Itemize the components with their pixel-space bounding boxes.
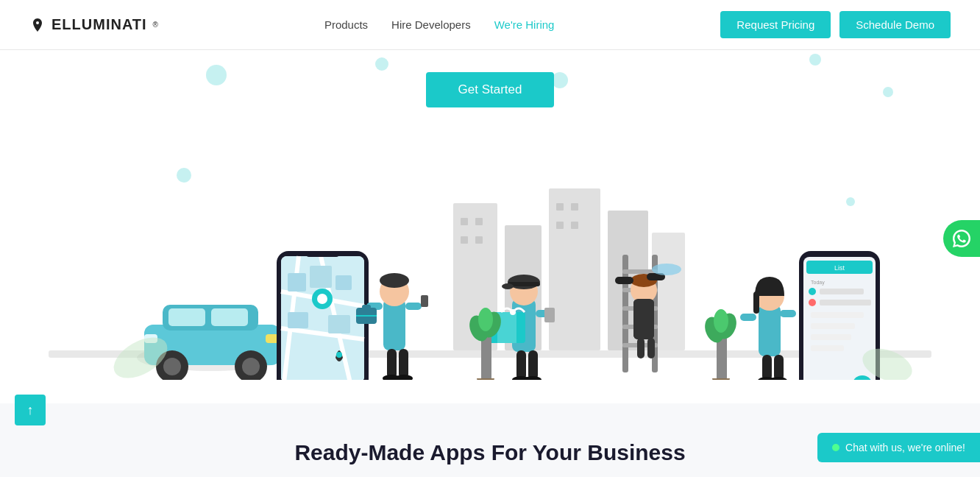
svg-point-83 xyxy=(652,264,681,275)
svg-rect-107 xyxy=(811,345,844,351)
svg-rect-106 xyxy=(811,334,851,340)
svg-point-64 xyxy=(510,309,516,315)
svg-rect-42 xyxy=(383,299,405,350)
logo-text: ELLUMINATI xyxy=(52,16,147,33)
svg-point-94 xyxy=(770,377,787,380)
svg-rect-34 xyxy=(335,275,352,290)
header: ELLUMINATI® Products Hire Developers We'… xyxy=(0,0,980,50)
svg-rect-81 xyxy=(615,277,633,284)
svg-rect-10 xyxy=(571,203,578,211)
logo-pin-icon xyxy=(29,17,46,33)
svg-rect-51 xyxy=(387,349,397,378)
svg-rect-49 xyxy=(362,305,371,309)
whatsapp-icon xyxy=(951,228,972,249)
request-pricing-button[interactable]: Request Pricing xyxy=(720,11,831,38)
svg-point-44 xyxy=(380,273,409,288)
header-buttons: Request Pricing Schedule Demo xyxy=(720,11,951,38)
bubble-2 xyxy=(375,57,388,71)
bubble-1 xyxy=(206,65,227,85)
svg-point-20 xyxy=(163,358,181,375)
svg-rect-69 xyxy=(544,308,555,322)
svg-rect-101 xyxy=(820,289,864,294)
svg-rect-105 xyxy=(811,323,855,329)
svg-rect-86 xyxy=(759,305,781,356)
schedule-demo-button[interactable]: Schedule Demo xyxy=(839,11,951,38)
svg-rect-8 xyxy=(475,236,483,244)
scroll-top-button[interactable]: ↑ xyxy=(15,395,46,425)
svg-rect-35 xyxy=(288,312,308,328)
bubble-5 xyxy=(883,87,893,97)
hero-illustration: List Today + xyxy=(49,130,931,380)
online-indicator xyxy=(832,444,839,451)
bubble-4 xyxy=(809,54,821,66)
svg-rect-7 xyxy=(461,236,468,244)
illustration-svg: List Today + xyxy=(49,130,931,380)
svg-point-22 xyxy=(242,358,260,375)
svg-point-54 xyxy=(395,375,413,380)
svg-rect-84 xyxy=(637,338,645,358)
svg-rect-32 xyxy=(288,273,306,292)
svg-point-38 xyxy=(317,294,327,304)
svg-text:Today: Today xyxy=(811,280,825,286)
svg-rect-92 xyxy=(774,355,784,380)
svg-rect-85 xyxy=(647,338,655,358)
svg-rect-2 xyxy=(549,188,600,350)
chat-label: Chat with us, we're online! xyxy=(845,442,965,453)
svg-rect-52 xyxy=(399,349,408,378)
svg-rect-11 xyxy=(556,222,564,229)
svg-point-39 xyxy=(336,352,342,358)
svg-rect-47 xyxy=(421,295,428,307)
svg-rect-88 xyxy=(753,292,759,314)
svg-rect-65 xyxy=(516,350,526,380)
svg-rect-63 xyxy=(497,312,516,343)
svg-point-114 xyxy=(478,308,493,331)
svg-point-68 xyxy=(524,376,542,380)
svg-rect-18 xyxy=(211,308,248,326)
svg-point-118 xyxy=(714,309,728,333)
svg-point-59 xyxy=(502,283,514,289)
svg-rect-12 xyxy=(571,222,578,229)
nav: Products Hire Developers We're Hiring xyxy=(324,18,555,31)
svg-rect-41 xyxy=(306,251,339,257)
svg-rect-46 xyxy=(405,303,422,310)
nav-hiring[interactable]: We're Hiring xyxy=(494,18,555,31)
chat-widget[interactable]: Chat with us, we're online! xyxy=(817,433,980,462)
logo[interactable]: ELLUMINATI® xyxy=(29,16,158,33)
svg-text:+: + xyxy=(859,378,867,380)
svg-rect-80 xyxy=(633,299,654,339)
svg-point-102 xyxy=(809,299,816,306)
nav-products[interactable]: Products xyxy=(324,18,368,31)
whatsapp-button[interactable] xyxy=(943,220,980,257)
svg-point-100 xyxy=(809,288,816,295)
svg-rect-36 xyxy=(328,315,350,333)
svg-rect-9 xyxy=(556,203,564,211)
svg-rect-33 xyxy=(310,266,332,288)
svg-rect-91 xyxy=(762,355,772,380)
svg-rect-104 xyxy=(811,312,864,318)
svg-rect-103 xyxy=(820,300,871,305)
hero-section: Get Started xyxy=(0,50,980,403)
svg-rect-90 xyxy=(740,314,756,321)
svg-rect-111 xyxy=(481,336,491,380)
get-started-button[interactable]: Get Started xyxy=(426,72,555,107)
svg-rect-89 xyxy=(780,310,796,317)
bubble-3 xyxy=(552,72,568,88)
svg-rect-66 xyxy=(528,350,538,380)
svg-rect-5 xyxy=(461,218,468,225)
svg-text:List: List xyxy=(834,264,845,272)
svg-rect-115 xyxy=(717,337,727,380)
nav-hire[interactable]: Hire Developers xyxy=(391,18,471,31)
chevron-up-icon: ↑ xyxy=(27,403,34,418)
logo-reg: ® xyxy=(153,21,158,29)
svg-rect-17 xyxy=(168,308,205,326)
svg-rect-6 xyxy=(475,218,483,225)
